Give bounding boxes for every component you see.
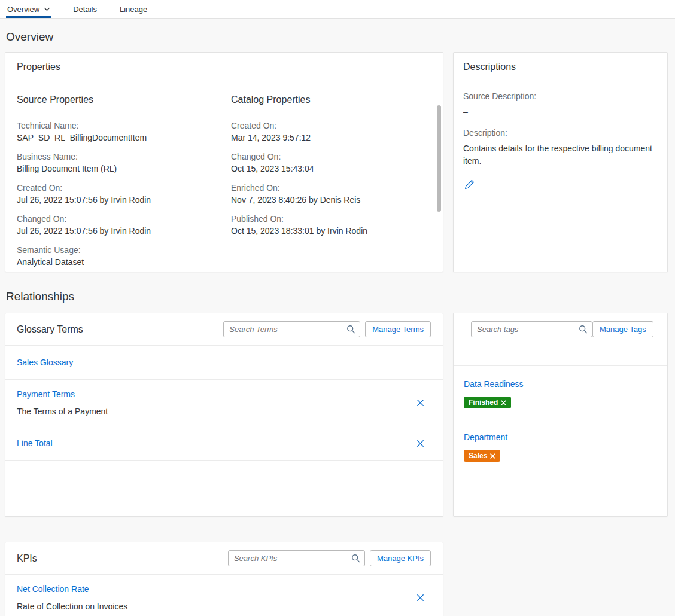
glossary-item-sales-glossary: Sales Glossary <box>5 346 443 380</box>
field-value: Billing Document Item (RL) <box>17 163 231 175</box>
field-semantic-usage: Semantic Usage: Analytical Dataset <box>17 244 231 268</box>
tags-search-input[interactable] <box>471 321 592 337</box>
field-value: Nov 7, 2023 8:40:26 by Denis Reis <box>231 194 427 206</box>
edit-icon[interactable] <box>464 179 475 190</box>
remove-term-button[interactable] <box>415 438 426 449</box>
kpi-section-spacer <box>453 542 668 616</box>
source-properties-title: Source Properties <box>17 93 231 106</box>
kpis-search <box>228 550 365 566</box>
glossary-term-link[interactable]: Line Total <box>17 437 415 449</box>
source-properties-column: Source Properties Technical Name: SAP_SD… <box>17 93 231 272</box>
glossary-term-description: The Terms of a Payment <box>17 405 415 417</box>
source-description-value: – <box>463 106 658 118</box>
field-published-on: Published On: Oct 15, 2023 18:33:01 by I… <box>231 213 427 237</box>
tab-overview[interactable]: Overview <box>6 0 51 18</box>
tab-lineage-label: Lineage <box>120 5 147 14</box>
tag-badge: Sales <box>464 450 500 462</box>
descriptions-card: Descriptions Source Description: – Descr… <box>453 52 668 272</box>
properties-scrollbar-thumb[interactable] <box>437 105 441 212</box>
field-label: Business Name: <box>17 151 231 163</box>
field-value: Mar 14, 2023 9:57:12 <box>231 132 427 144</box>
tag-badge-label: Sales <box>469 452 487 460</box>
search-icon[interactable] <box>351 554 360 563</box>
manage-terms-button[interactable]: Manage Terms <box>365 321 431 337</box>
search-icon[interactable] <box>579 325 588 334</box>
field-value: Oct 15, 2023 15:43:04 <box>231 163 427 175</box>
manage-kpis-button[interactable]: Manage KPIs <box>370 550 431 566</box>
remove-term-button[interactable] <box>415 397 426 408</box>
glossary-item-main: Line Total <box>17 437 415 449</box>
glossary-item-main: Payment Terms The Terms of a Payment <box>17 388 415 417</box>
terms-search-input[interactable] <box>223 321 360 337</box>
tab-lineage[interactable]: Lineage <box>118 0 148 18</box>
field-value: SAP_SD_RL_BillingDocumentItem <box>17 132 231 144</box>
kpis-card-title: KPIs <box>17 550 37 566</box>
field-enriched-on: Enriched On: Nov 7, 2023 8:40:26 by Deni… <box>231 182 427 206</box>
kpi-item-main: Net Collection Rate Rate of Collection o… <box>17 583 415 612</box>
catalog-properties-title: Catalog Properties <box>231 93 427 106</box>
close-icon <box>416 440 424 447</box>
field-value: Jul 26, 2022 15:07:56 by Irvin Rodin <box>17 194 231 206</box>
tag-badge: Finished <box>464 397 511 408</box>
tab-overview-label: Overview <box>7 5 39 14</box>
tag-group-link[interactable]: Department <box>464 431 651 443</box>
field-label: Technical Name: <box>17 120 231 132</box>
close-icon <box>416 399 424 407</box>
tag-group-link[interactable]: Data Readiness <box>464 378 651 390</box>
tags-search <box>471 321 592 337</box>
kpi-item-net-collection-rate: Net Collection Rate Rate of Collection o… <box>5 575 443 616</box>
glossary-header: Glossary Terms Manage Terms <box>5 313 443 346</box>
kpis-card: KPIs Manage KPIs Net Collection Rate Rat… <box>5 542 443 616</box>
tag-badge-label: Finished <box>469 398 498 407</box>
tab-details-label: Details <box>73 5 97 14</box>
page-content: Overview Properties Source Properties Te… <box>0 31 675 616</box>
description-label: Description: <box>463 127 658 139</box>
field-label: Published On: <box>231 213 427 225</box>
field-catalog-created-on: Created On: Mar 14, 2023 9:57:12 <box>231 120 427 144</box>
properties-card: Properties Source Properties Technical N… <box>5 52 443 272</box>
glossary-term-link[interactable]: Sales Glossary <box>17 356 426 368</box>
relationships-section: Glossary Terms Manage Terms Sales Glossa… <box>5 313 668 517</box>
manage-tags-button[interactable]: Manage Tags <box>592 321 653 337</box>
chevron-down-icon[interactable] <box>44 7 50 11</box>
field-value: Jul 26, 2022 15:07:56 by Irvin Rodin <box>17 225 231 237</box>
glossary-item-main: Sales Glossary <box>17 356 426 368</box>
catalog-properties-column: Catalog Properties Created On: Mar 14, 2… <box>231 93 427 272</box>
glossary-term-link[interactable]: Payment Terms <box>17 388 415 400</box>
field-technical-name: Technical Name: SAP_SD_RL_BillingDocumen… <box>17 120 231 144</box>
remove-kpi-button[interactable] <box>415 592 426 603</box>
kpi-description: Rate of Collection on Invoices <box>17 600 415 612</box>
glossary-item-payment-terms: Payment Terms The Terms of a Payment <box>5 380 443 426</box>
search-icon[interactable] <box>346 325 355 334</box>
top-section: Properties Source Properties Technical N… <box>5 52 668 272</box>
remove-tag-icon[interactable] <box>501 400 506 405</box>
tag-group-data-readiness: Data Readiness Finished <box>454 366 667 419</box>
field-label: Created On: <box>17 182 231 194</box>
field-source-changed-on: Changed On: Jul 26, 2022 15:07:56 by Irv… <box>17 213 231 237</box>
field-label: Changed On: <box>17 213 231 225</box>
field-source-created-on: Created On: Jul 26, 2022 15:07:56 by Irv… <box>17 182 231 206</box>
descriptions-body: Source Description: – Description: Conta… <box>454 81 667 200</box>
tab-details[interactable]: Details <box>72 0 98 18</box>
remove-tag-icon[interactable] <box>490 453 495 459</box>
kpi-link[interactable]: Net Collection Rate <box>17 583 415 595</box>
relationships-title: Relationships <box>6 290 668 303</box>
glossary-item-line-total: Line Total <box>5 426 443 461</box>
glossary-card-title: Glossary Terms <box>17 321 83 337</box>
close-icon <box>416 594 424 602</box>
tab-bar: Overview Details Lineage <box>0 0 675 19</box>
properties-card-title: Properties <box>5 53 443 81</box>
kpis-search-input[interactable] <box>228 550 365 566</box>
source-description-label: Source Description: <box>463 90 658 102</box>
glossary-terms-card: Glossary Terms Manage Terms Sales Glossa… <box>5 313 443 517</box>
field-label: Created On: <box>231 120 427 132</box>
field-label: Changed On: <box>231 151 427 163</box>
description-value: Contains details for the respective bill… <box>463 142 658 167</box>
kpis-header: KPIs Manage KPIs <box>5 542 443 575</box>
field-business-name: Business Name: Billing Document Item (RL… <box>17 151 231 175</box>
field-catalog-changed-on: Changed On: Oct 15, 2023 15:43:04 <box>231 151 427 175</box>
field-label: Enriched On: <box>231 182 427 194</box>
page-title: Overview <box>6 31 668 44</box>
descriptions-card-title: Descriptions <box>454 53 667 81</box>
field-value: Oct 15, 2023 18:33:01 by Irvin Rodin <box>231 225 427 237</box>
